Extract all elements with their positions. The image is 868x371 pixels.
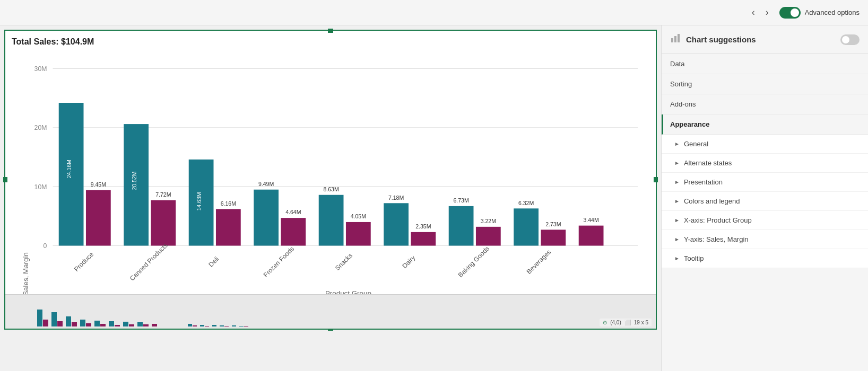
panel-title: Chart suggestions bbox=[686, 35, 756, 44]
sub-general-label: General bbox=[684, 140, 708, 148]
sub-y-axis-label: Y-axis: Sales, Margin bbox=[684, 235, 749, 243]
svg-text:3.22M: 3.22M bbox=[481, 218, 496, 224]
svg-text:Snacks: Snacks bbox=[334, 252, 354, 272]
svg-text:7.72M: 7.72M bbox=[155, 191, 171, 198]
sub-item-presentation[interactable]: ► Presentation bbox=[662, 173, 868, 192]
nav-item-data[interactable]: Data bbox=[662, 54, 868, 74]
bar-frozen-teal[interactable] bbox=[254, 190, 279, 246]
chart-area: Total Sales: $104.9M Sales, Margin 30M 2… bbox=[0, 25, 661, 371]
svg-text:Baking Goods: Baking Goods bbox=[457, 245, 491, 279]
svg-rect-36 bbox=[674, 36, 676, 42]
svg-text:4.05M: 4.05M bbox=[351, 213, 366, 219]
sub-item-alternate-states[interactable]: ► Alternate states bbox=[662, 154, 868, 173]
svg-rect-35 bbox=[671, 38, 673, 42]
toolbar-nav: ‹ › bbox=[748, 5, 773, 20]
bar-beverages-magenta[interactable] bbox=[541, 229, 566, 245]
chevron-y-axis: ► bbox=[674, 236, 680, 242]
chevron-colors-legend: ► bbox=[674, 198, 680, 204]
panel-header: Chart suggestions bbox=[662, 25, 868, 54]
nav-item-sorting[interactable]: Sorting bbox=[662, 74, 868, 94]
svg-text:2.73M: 2.73M bbox=[545, 221, 561, 227]
bar-snacks-magenta[interactable] bbox=[346, 222, 371, 246]
main-content: Total Sales: $104.9M Sales, Margin 30M 2… bbox=[0, 25, 868, 371]
sub-presentation-label: Presentation bbox=[684, 178, 723, 186]
next-button[interactable]: › bbox=[761, 5, 773, 20]
panel-sub-items: ► General ► Alternate states ► Presentat… bbox=[662, 135, 868, 268]
svg-text:6.73M: 6.73M bbox=[453, 197, 468, 204]
svg-text:Deli: Deli bbox=[207, 255, 221, 269]
sub-item-tooltip[interactable]: ► Tooltip bbox=[662, 249, 868, 268]
svg-text:Produce: Produce bbox=[73, 251, 95, 273]
bar-dairy-magenta[interactable] bbox=[411, 232, 436, 246]
bar-baking-magenta[interactable] bbox=[476, 227, 501, 246]
svg-text:6.32M: 6.32M bbox=[518, 200, 534, 206]
toolbar: ‹ › Advanced options bbox=[0, 0, 868, 25]
prev-button[interactable]: ‹ bbox=[748, 5, 759, 20]
bar-baking-teal[interactable] bbox=[449, 206, 474, 246]
bar-snacks-teal[interactable] bbox=[319, 195, 344, 246]
advanced-options-label: Advanced options bbox=[805, 8, 860, 16]
sub-tooltip-label: Tooltip bbox=[684, 254, 704, 262]
bar-deli-magenta[interactable] bbox=[216, 209, 241, 245]
bar-dairy-teal[interactable] bbox=[384, 203, 409, 245]
svg-text:6.16M: 6.16M bbox=[221, 200, 236, 207]
sub-item-y-axis[interactable]: ► Y-axis: Sales, Margin bbox=[662, 230, 868, 249]
bar-canned-magenta[interactable] bbox=[151, 200, 176, 246]
chevron-alternate-states: ► bbox=[674, 160, 680, 166]
chevron-presentation: ► bbox=[674, 179, 680, 185]
position-icon: ⊙ bbox=[603, 320, 607, 325]
bar-produce-magenta[interactable] bbox=[86, 190, 111, 246]
advanced-options-toggle-container: Advanced options bbox=[779, 7, 860, 19]
advanced-options-toggle[interactable] bbox=[779, 7, 801, 19]
svg-text:7.18M: 7.18M bbox=[388, 195, 404, 201]
svg-rect-37 bbox=[678, 34, 680, 42]
bar-last-magenta[interactable] bbox=[579, 226, 604, 246]
y-axis-label: Sales, Margin bbox=[22, 252, 30, 296]
nav-sorting-label: Sorting bbox=[670, 80, 692, 88]
nav-item-appearance[interactable]: Appearance bbox=[662, 114, 868, 135]
svg-text:Canned Products: Canned Products bbox=[128, 242, 169, 282]
sub-alternate-label: Alternate states bbox=[684, 159, 732, 167]
sub-item-colors-legend[interactable]: ► Colors and legend bbox=[662, 192, 868, 211]
sub-x-axis-label: X-axis: Product Group bbox=[684, 216, 752, 224]
sub-item-general[interactable]: ► General bbox=[662, 135, 868, 154]
svg-text:10M: 10M bbox=[34, 183, 47, 191]
resize-icon: ⬜ bbox=[624, 320, 631, 325]
size-value: 19 x 5 bbox=[634, 320, 648, 325]
svg-text:24.16M: 24.16M bbox=[20, 136, 26, 154]
chart-inner: Total Sales: $104.9M Sales, Margin 30M 2… bbox=[5, 31, 656, 297]
panel-nav-items: Data Sorting Add-ons Appearance bbox=[662, 54, 868, 135]
bar-frozen-magenta[interactable] bbox=[281, 218, 306, 245]
bar-chart-svg: Sales, Margin 30M 20M 10M 0 24.16M 24.16… bbox=[12, 51, 649, 311]
panel-title-row: Chart suggestions bbox=[670, 33, 756, 46]
sub-colors-label: Colors and legend bbox=[684, 197, 740, 205]
right-panel: Chart suggestions Data Sorting Add-ons A… bbox=[661, 25, 868, 371]
chart-icon bbox=[670, 33, 681, 46]
svg-text:24.16M: 24.16M bbox=[66, 160, 72, 178]
svg-text:30M: 30M bbox=[34, 65, 47, 73]
position-value: (4,0) bbox=[610, 320, 621, 325]
svg-text:2.35M: 2.35M bbox=[415, 223, 431, 229]
svg-text:Frozen Foods: Frozen Foods bbox=[262, 245, 296, 278]
chart-wrapper: Total Sales: $104.9M Sales, Margin 30M 2… bbox=[4, 30, 657, 330]
svg-text:Dairy: Dairy bbox=[401, 253, 417, 270]
sub-item-x-axis[interactable]: ► X-axis: Product Group bbox=[662, 211, 868, 230]
chart-title: Total Sales: $104.9M bbox=[12, 37, 649, 47]
svg-text:Beverages: Beverages bbox=[525, 248, 552, 275]
svg-text:14.63M: 14.63M bbox=[196, 192, 202, 210]
svg-text:20M: 20M bbox=[34, 124, 47, 131]
nav-appearance-label: Appearance bbox=[670, 120, 709, 128]
chart-suggestions-toggle[interactable] bbox=[840, 34, 860, 45]
nav-data-label: Data bbox=[670, 60, 684, 68]
svg-text:8.63M: 8.63M bbox=[323, 186, 338, 192]
svg-text:20.52M: 20.52M bbox=[131, 171, 137, 190]
mini-chart: ⊙ (4,0) ⬜ 19 x 5 bbox=[5, 294, 656, 329]
nav-addons-label: Add-ons bbox=[670, 100, 696, 108]
svg-text:4.64M: 4.64M bbox=[285, 209, 301, 215]
chevron-general: ► bbox=[674, 141, 680, 147]
nav-item-addons[interactable]: Add-ons bbox=[662, 94, 868, 114]
chevron-tooltip: ► bbox=[674, 255, 680, 261]
bar-beverages-teal[interactable] bbox=[514, 208, 539, 245]
svg-text:9.49M: 9.49M bbox=[258, 181, 274, 187]
svg-text:0: 0 bbox=[44, 242, 47, 250]
